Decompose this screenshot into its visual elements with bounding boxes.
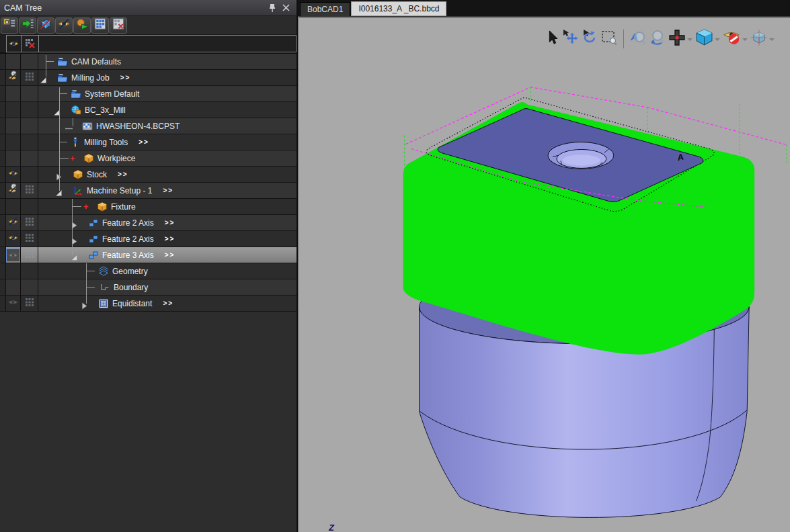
hide-all-eye-icon[interactable] [7, 36, 22, 52]
tree-row[interactable]: Feature 2 Axis>> [0, 231, 297, 247]
gridfaint-icon[interactable] [25, 72, 34, 84]
visibility-cell[interactable] [6, 247, 21, 263]
row-gutter [0, 70, 6, 85]
chevron-down-icon[interactable] [742, 33, 748, 45]
pan-tool[interactable] [561, 29, 579, 49]
simulate-button[interactable] [73, 17, 91, 34]
tree-row[interactable]: Feature 2 Axis>> [0, 215, 297, 231]
tab-bobcad1[interactable]: BobCAD1 [300, 2, 350, 16]
tab-i0016133-a-bc-bbcd[interactable]: I0016133_A _BC.bbcd [351, 1, 446, 16]
eyeslash-icon[interactable] [7, 216, 19, 230]
rotate-tool[interactable] [581, 29, 598, 49]
edit-grid-icon [112, 17, 125, 33]
toggle-visibility-button[interactable] [55, 17, 73, 34]
dash-marker-icon[interactable] [65, 123, 72, 130]
section-view-tool[interactable] [668, 29, 693, 49]
tree-row[interactable]: BC_3x_Mill [0, 102, 297, 118]
visibility-cell[interactable] [6, 167, 21, 182]
chevron-down-icon[interactable] [768, 33, 775, 45]
grid-cell[interactable] [21, 247, 38, 263]
z-axis-label: Z [328, 523, 335, 532]
zoom-previous-tool[interactable] [649, 29, 666, 49]
visibility-cell[interactable] [6, 296, 21, 311]
shaded-view-tool[interactable] [695, 28, 721, 49]
expand-suffix[interactable]: >> [120, 74, 131, 81]
eyeslash-icon[interactable] [7, 232, 19, 246]
tree-row[interactable]: Boundary [0, 279, 297, 296]
ghosteye-icon[interactable] [7, 183, 19, 197]
row-gutter [0, 86, 6, 101]
tree-row[interactable]: Milling Job>> [0, 70, 297, 86]
zoom-window-tool[interactable] [600, 29, 618, 49]
tree-row[interactable]: +Workpiece [0, 150, 297, 167]
row-gutter [0, 102, 6, 118]
view-cube-tool[interactable] [750, 29, 775, 49]
grid-cell [21, 134, 38, 150]
zoom-fit-tool[interactable]: A [629, 29, 647, 49]
cam-tree-titlebar[interactable]: CAM Tree [0, 0, 297, 16]
visibility-cell [6, 118, 21, 134]
expand-suffix[interactable]: >> [139, 138, 149, 146]
visibility-cell[interactable] [6, 215, 21, 230]
machining-order-button[interactable] [1, 17, 18, 34]
eyefaint-icon[interactable] [7, 297, 19, 310]
tree-row[interactable]: Stock>> [0, 167, 297, 183]
tree-row[interactable]: Milling Tools>> [0, 134, 297, 150]
grid-cell[interactable] [21, 183, 38, 198]
hide-entities-tool[interactable] [723, 28, 748, 49]
eyeslash-icon[interactable] [7, 168, 19, 181]
visibility-cell[interactable] [6, 231, 21, 247]
tree-item-label: Workpiece [97, 154, 135, 163]
tree-row[interactable]: Equidistant>> [0, 296, 297, 312]
grid-cell[interactable] [21, 231, 38, 247]
select-tool-icon [545, 29, 559, 49]
feature-icon [88, 218, 99, 228]
gridfaint-icon[interactable] [25, 185, 34, 197]
edit-grid-button[interactable] [110, 17, 127, 34]
gridfaint-icon[interactable] [25, 233, 34, 245]
tree-item-label: Milling Job [71, 73, 110, 83]
hide-solids-button[interactable] [37, 17, 54, 34]
gridfaint-icon[interactable] [25, 249, 34, 261]
grid-cell[interactable] [21, 296, 38, 311]
tree-row[interactable]: Machine Setup - 1>> [0, 183, 297, 199]
chevron-down-icon[interactable] [686, 33, 693, 45]
visibility-cell[interactable] [6, 70, 21, 85]
grid-cell[interactable] [21, 70, 38, 85]
gridfaint-icon[interactable] [25, 217, 34, 229]
chevron-down-icon[interactable] [714, 33, 721, 45]
gridfaint-icon[interactable] [25, 298, 34, 310]
collapsed-marker-icon[interactable] [81, 300, 88, 308]
row-gutter [0, 279, 6, 295]
tree-row[interactable]: System Default [0, 86, 297, 102]
post-button[interactable] [91, 17, 109, 34]
tree-row[interactable]: HWASHEON-4.BCPST [0, 118, 297, 134]
tree-header [0, 35, 297, 54]
tree-row[interactable]: Feature 3 Axis>> [0, 247, 297, 263]
visibility-cell [6, 279, 21, 295]
visibility-cell[interactable] [6, 183, 21, 198]
viewport-3d[interactable]: A [298, 16, 790, 532]
tree-rows: CAM DefaultsMilling Job>>System DefaultB… [0, 54, 297, 312]
tree-row[interactable]: CAM Defaults [0, 54, 297, 70]
grid-delete-icon[interactable] [22, 36, 39, 52]
tree-body: CAM DefaultsMilling Job>>System DefaultB… [0, 54, 297, 532]
expand-suffix[interactable]: >> [165, 219, 175, 226]
select-tool[interactable] [545, 29, 559, 49]
grid-cell[interactable] [21, 215, 38, 230]
tree-item-label: Feature 3 Axis [102, 251, 154, 260]
tree-row[interactable]: +Fixture [0, 199, 297, 215]
tree-row[interactable]: Geometry [0, 263, 297, 279]
eyefaintbox-icon[interactable] [7, 249, 19, 261]
close-icon[interactable] [279, 2, 292, 14]
expand-suffix[interactable]: >> [118, 171, 128, 178]
expand-suffix[interactable]: >> [163, 300, 173, 307]
expand-suffix[interactable]: >> [165, 251, 175, 259]
expand-suffix[interactable]: >> [165, 235, 175, 242]
ghosteye-icon[interactable] [7, 71, 19, 85]
row-gutter [0, 199, 6, 214]
grid-cell [21, 150, 38, 166]
load-job-button[interactable] [19, 17, 36, 34]
pin-icon[interactable] [266, 2, 279, 14]
expand-suffix[interactable]: >> [163, 187, 173, 194]
